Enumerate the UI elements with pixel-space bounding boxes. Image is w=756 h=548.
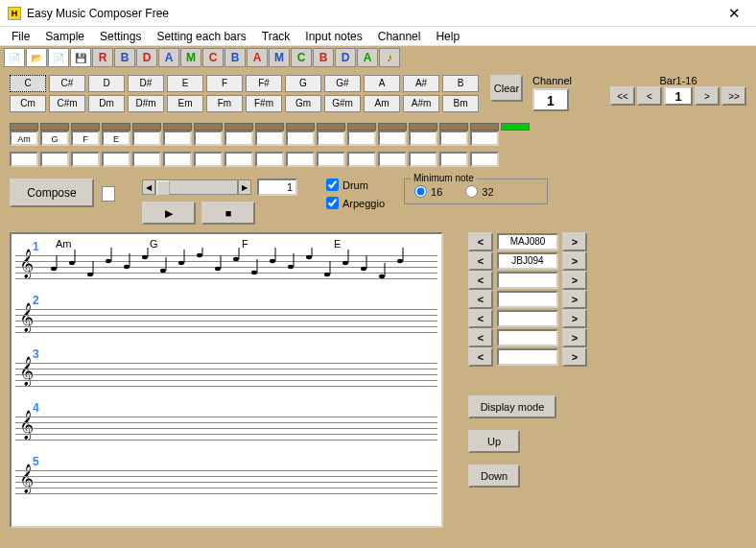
spin-right-button[interactable]: ▶ (238, 179, 251, 195)
menu-setting-each-bars[interactable]: Setting each bars (149, 28, 253, 45)
slot-extra-13[interactable] (409, 152, 437, 167)
chord-Cm[interactable]: Cm (10, 95, 46, 112)
slot-extra-1[interactable] (40, 152, 69, 167)
chord-E[interactable]: E (167, 75, 203, 92)
slot-extra-12[interactable] (378, 152, 407, 167)
slot-extra-9[interactable] (286, 152, 315, 167)
slot-tab-11[interactable] (347, 123, 376, 131)
chord-Dm[interactable]: Dm (88, 95, 125, 112)
slot-tab-5[interactable] (163, 123, 192, 131)
pattern-next-button[interactable]: > (562, 232, 587, 251)
pattern-next-button[interactable]: > (562, 290, 587, 309)
drum-check[interactable]: Drum (326, 179, 385, 191)
slot-chord-10[interactable] (317, 131, 345, 146)
slot-chord-13[interactable] (409, 131, 437, 146)
slot-chord-2[interactable]: F (71, 131, 100, 146)
toolbar-letter-9[interactable]: C (291, 48, 312, 67)
slot-chord-15[interactable] (470, 131, 499, 146)
pattern-input-6[interactable] (497, 348, 558, 366)
slot-chord-6[interactable] (194, 131, 223, 146)
slot-tab-1[interactable] (40, 123, 69, 131)
chord-Csharp[interactable]: C# (49, 75, 85, 92)
toolbar-letter-5[interactable]: C (202, 48, 224, 67)
chord-Asharpm[interactable]: A#m (403, 95, 439, 112)
slot-chord-11[interactable] (347, 131, 376, 146)
chord-D[interactable]: D (88, 75, 125, 92)
slot-tab-12[interactable] (378, 123, 407, 131)
bar-last-button[interactable]: >> (721, 86, 746, 106)
toolbar-letter-7[interactable]: A (247, 48, 268, 67)
spin-slider[interactable] (155, 179, 238, 195)
compose-button[interactable]: Compose (10, 179, 94, 207)
toolbar-letter-0[interactable]: R (92, 48, 113, 67)
min-32-radio[interactable]: 32 (465, 185, 493, 198)
menu-input-notes[interactable]: Input notes (297, 28, 369, 45)
slot-tab-10[interactable] (317, 123, 345, 131)
slot-chord-5[interactable] (163, 131, 192, 146)
slot-extra-8[interactable] (255, 152, 284, 167)
slot-extra-11[interactable] (347, 152, 376, 167)
new-icon[interactable]: 📄 (4, 48, 25, 67)
pattern-next-button[interactable]: > (562, 347, 587, 367)
bar-prev-button[interactable]: < (637, 86, 662, 106)
menu-settings[interactable]: Settings (92, 28, 149, 45)
slot-chord-7[interactable] (224, 131, 253, 146)
chord-G[interactable]: G (285, 75, 321, 92)
pattern-prev-button[interactable]: < (468, 251, 493, 271)
pattern-input-2[interactable] (497, 272, 558, 289)
pattern-prev-button[interactable]: < (468, 347, 493, 367)
slot-extra-5[interactable] (163, 152, 192, 167)
slot-tab-2[interactable] (71, 123, 100, 131)
menu-track[interactable]: Track (254, 28, 298, 45)
up-button[interactable]: Up (468, 430, 520, 453)
chord-Csharpm[interactable]: C#m (49, 95, 85, 112)
bar-next-button[interactable]: > (695, 86, 720, 106)
toolbar-letter-10[interactable]: B (313, 48, 334, 67)
slot-extra-4[interactable] (132, 152, 161, 167)
menu-channel[interactable]: Channel (370, 28, 429, 45)
toolbar-letter-1[interactable]: B (114, 48, 135, 67)
stop-button[interactable]: ■ (201, 202, 255, 225)
pattern-input-3[interactable] (497, 291, 558, 308)
spin-left-button[interactable]: ◀ (142, 179, 155, 195)
chord-Em[interactable]: Em (167, 95, 203, 112)
display-mode-button[interactable]: Display mode (468, 395, 556, 418)
chord-Am[interactable]: Am (364, 95, 400, 112)
toolbar-letter-13[interactable]: ♪ (379, 48, 400, 67)
slot-chord-4[interactable] (132, 131, 161, 146)
slot-tab-15[interactable] (470, 123, 499, 131)
pattern-next-button[interactable]: > (562, 328, 587, 347)
pattern-next-button[interactable]: > (562, 271, 587, 290)
slot-tab-4[interactable] (132, 123, 161, 131)
slot-chord-1[interactable]: G (40, 131, 69, 146)
chord-Dsharp[interactable]: D# (128, 75, 164, 92)
toolbar-letter-8[interactable]: M (269, 48, 290, 67)
slot-extra-14[interactable] (439, 152, 468, 167)
slot-tab-8[interactable] (255, 123, 284, 131)
slot-chord-3[interactable]: E (102, 131, 130, 146)
toolbar-letter-2[interactable]: D (136, 48, 157, 67)
pattern-input-1[interactable]: JBJ094 (497, 252, 558, 270)
min-16-radio[interactable]: 16 (414, 185, 442, 198)
arpeggio-check[interactable]: Arpeggio (326, 197, 385, 209)
chord-Gm[interactable]: Gm (285, 95, 321, 112)
pattern-input-5[interactable] (497, 329, 558, 346)
slot-chord-12[interactable] (378, 131, 407, 146)
chord-Fsharpm[interactable]: F#m (246, 95, 282, 112)
toolbar-letter-4[interactable]: M (180, 48, 201, 67)
menu-sample[interactable]: Sample (37, 28, 92, 45)
menu-help[interactable]: Help (428, 28, 467, 45)
slot-tab-7[interactable] (224, 123, 253, 131)
bar-first-button[interactable]: << (610, 86, 635, 106)
chord-C[interactable]: C (10, 75, 46, 92)
slot-tab-9[interactable] (286, 123, 315, 131)
pattern-prev-button[interactable]: < (468, 232, 493, 251)
slot-tab-13[interactable] (409, 123, 437, 131)
slot-chord-8[interactable] (255, 131, 284, 146)
pattern-prev-button[interactable]: < (468, 328, 493, 347)
slot-extra-3[interactable] (102, 152, 130, 167)
slot-chord-14[interactable] (439, 131, 468, 146)
slot-extra-7[interactable] (224, 152, 253, 167)
slot-extra-10[interactable] (317, 152, 345, 167)
chord-F[interactable]: F (206, 75, 243, 92)
